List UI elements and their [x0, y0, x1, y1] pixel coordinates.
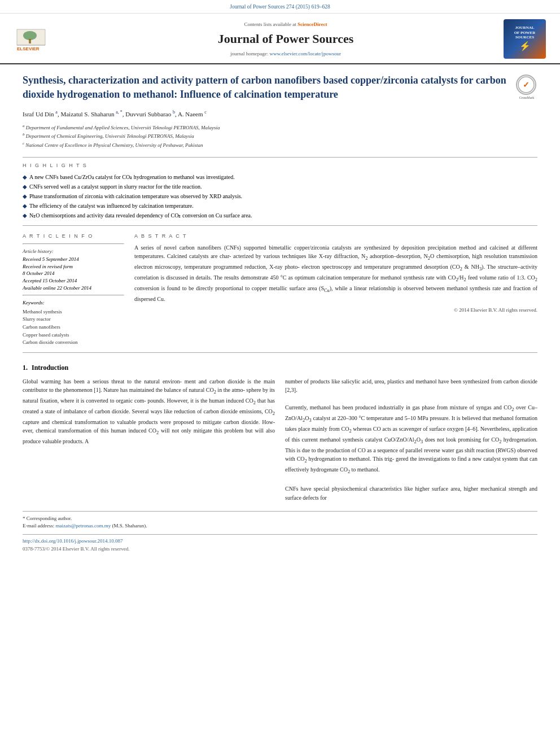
highlight-item: ◆ The efficiency of the catalyst was inf… [23, 202, 537, 210]
journal-reference-bar: Journal of Power Sources 274 (2015) 619–… [0, 0, 560, 14]
affiliation-c: c National Centre of Excellence in Physi… [23, 141, 537, 150]
main-content: Synthesis, characterization and activity… [0, 64, 560, 562]
bullet-icon: ◆ [23, 182, 27, 191]
highlight-item: ◆ CNFs served well as a catalyst support… [23, 182, 537, 191]
svg-text:✓: ✓ [523, 81, 530, 89]
article-info-abstract-row: A R T I C L E I N F O Article history: R… [23, 233, 537, 347]
elsevier-logo-svg: ELSEVIER [16, 27, 64, 52]
svg-rect-2 [29, 39, 31, 43]
affiliation-a: a Department of Fundamental and Applied … [23, 123, 537, 132]
intro-col-right: number of products like salicylic acid, … [285, 377, 537, 503]
keywords-list: Methanol synthesis Slurry reactor Carbon… [23, 308, 124, 346]
journal-ref-text: Journal of Power Sources 274 (2015) 619–… [230, 4, 330, 10]
authors-line: Israf Ud Din a, Maizatul S. Shaharun a, … [23, 109, 537, 119]
highlights-section: H I G H L I G H T S ◆ A new CNFs based C… [23, 162, 537, 220]
bullet-icon: ◆ [23, 173, 27, 181]
page-wrapper: Journal of Power Sources 274 (2015) 619–… [0, 0, 560, 562]
online-date: Available online 22 October 2014 [23, 285, 91, 291]
highlights-list: ◆ A new CNFs based Cu/ZrO₂ catalyst for … [23, 173, 537, 220]
svg-point-1 [23, 31, 37, 40]
email-name: (M.S. Shaharun). [112, 523, 147, 528]
email-line: E-mail address: maizats@petronas.com.my … [23, 522, 537, 530]
keyword-item: Slurry reactor [23, 316, 124, 323]
bullet-icon: ◆ [23, 211, 27, 220]
affiliation-b: b Department of Chemical Engineering, Un… [23, 132, 537, 141]
divider-1 [23, 157, 537, 158]
doi-bar: http://dx.doi.org/10.1016/j.jpowsour.201… [23, 534, 537, 545]
email-label: E-mail address: [23, 523, 54, 528]
abstract-col: A B S T R A C T A series of novel carbon… [134, 233, 537, 347]
received-date: Received 5 September 2014 [23, 256, 79, 262]
introduction-header: 1. Introduction [23, 363, 537, 373]
title-row: Synthesis, characterization and activity… [23, 73, 537, 109]
corresponding-label: * Corresponding author. [23, 516, 72, 521]
article-history: Article history: Received 5 September 20… [23, 248, 124, 292]
keywords-label: Keywords: [23, 299, 124, 307]
journal-homepage: journal homepage: www.elsevier.com/locat… [75, 50, 497, 58]
journal-logo-right: JOURNALOF POWERSOURCES ⚡ [504, 19, 549, 59]
homepage-url[interactable]: www.elsevier.com/locate/jpowsour [270, 51, 341, 56]
divider-2 [23, 225, 537, 226]
elsevier-logo-area: ELSEVIER [11, 27, 68, 52]
svg-text:ELSEVIER: ELSEVIER [17, 46, 40, 51]
article-title: Synthesis, characterization and activity… [23, 73, 510, 101]
author-1: Israf Ud Din a [23, 111, 58, 117]
keyword-item: Copper based catalysts [23, 331, 124, 339]
crossmark-badge[interactable]: ✓ CrossMark [516, 75, 537, 96]
journal-header: ELSEVIER Contents lists available at Sci… [0, 14, 560, 64]
keywords-section: Keywords: Methanol synthesis Slurry reac… [23, 299, 124, 346]
highlights-header: H I G H L I G H T S [23, 162, 537, 169]
section-title: Introduction [32, 364, 68, 372]
highlight-item: ◆ A new CNFs based Cu/ZrO₂ catalyst for … [23, 173, 537, 181]
intro-col-left: Global warming has been a serious threat… [23, 377, 275, 503]
doi-link[interactable]: http://dx.doi.org/10.1016/j.jpowsour.201… [23, 538, 123, 544]
keywords-divider [23, 295, 124, 296]
revised-label: Received in revised form [23, 264, 73, 269]
email-address[interactable]: maizats@petronas.com.my [55, 523, 111, 528]
author-3: Duvvuri Subbarao b [125, 111, 175, 117]
crossmark-icon[interactable]: ✓ [516, 75, 536, 95]
keyword-item: Methanol synthesis [23, 308, 124, 316]
article-info-header: A R T I C L E I N F O [23, 233, 124, 240]
section-number: 1. [23, 364, 28, 372]
divider-3 [23, 352, 537, 353]
author-4: A. Naeem c [178, 111, 207, 117]
abstract-header: A B S T R A C T [134, 233, 537, 240]
keyword-item: Carbon nanofibers [23, 324, 124, 331]
article-info-col: A R T I C L E I N F O Article history: R… [23, 233, 124, 347]
highlight-item: ◆ Phase transformation of zirconia with … [23, 192, 537, 200]
bullet-icon: ◆ [23, 202, 27, 210]
sciencedirect-link[interactable]: ScienceDirect [298, 21, 327, 27]
sciencedirect-label: Contents lists available at ScienceDirec… [75, 21, 497, 28]
introduction-body: Global warming has been a serious threat… [23, 377, 537, 503]
journal-title: Journal of Power Sources [75, 30, 497, 48]
affiliations: a Department of Fundamental and Applied … [23, 123, 537, 150]
highlight-item: ◆ N₂O chemisorptions and activity data r… [23, 211, 537, 220]
issn-bar: 0378-7753/© 2014 Elsevier B.V. All right… [23, 545, 537, 553]
footnote-area: * Corresponding author. E-mail address: … [23, 511, 537, 529]
crossmark-label: CrossMark [516, 95, 537, 100]
accepted-date: Accepted 15 October 2014 [23, 278, 77, 283]
power-sources-logo: JOURNALOF POWERSOURCES ⚡ [504, 19, 546, 59]
keyword-item: Carbon dioxide conversion [23, 339, 124, 346]
abstract-text: A series of novel carbon nanofibers (CNF… [134, 243, 537, 304]
journal-title-area: Contents lists available at ScienceDirec… [75, 21, 497, 57]
bullet-icon: ◆ [23, 192, 27, 200]
history-label: Article history: [23, 248, 124, 255]
revised-date: 8 October 2014 [23, 270, 55, 276]
info-divider [23, 243, 124, 244]
author-2: Maizatul S. Shaharun a, * [60, 111, 122, 117]
copyright-text: © 2014 Elsevier B.V. All rights reserved… [134, 307, 537, 314]
corresponding-author-note: * Corresponding author. [23, 515, 537, 522]
